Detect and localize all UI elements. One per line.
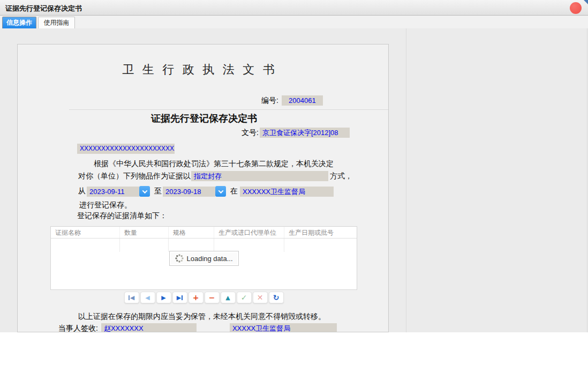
nav-delete-button[interactable]: − xyxy=(205,292,220,303)
document-form: 卫 生 行 政 执 法 文 书 编号: 2004061 证据先行登记保存决定书 … xyxy=(17,44,389,332)
location-field[interactable]: XXXXXX卫生监督局 xyxy=(240,187,334,197)
panel-divider xyxy=(406,28,406,332)
document-title: 证据先行登记保存决定书 xyxy=(27,112,381,125)
to-label: 至 xyxy=(154,187,162,196)
tab-info-operations[interactable]: 信息操作 xyxy=(2,17,36,28)
nav-edit-button[interactable]: ▲ xyxy=(221,292,236,303)
tab-user-guide[interactable]: 使用指南 xyxy=(38,17,75,28)
corner-anchor-icon xyxy=(584,0,588,4)
table-cell xyxy=(51,239,120,252)
column-header-evidence-name: 证据名称 xyxy=(51,227,120,238)
nav-first-button[interactable]: ◀ xyxy=(124,292,139,303)
loading-indicator: Loading data... xyxy=(169,251,238,266)
doc-number-label: 文号: xyxy=(242,128,259,138)
sign-label: 当事人签收: xyxy=(58,324,98,333)
cancel-x-icon: ✕ xyxy=(257,294,263,301)
right-edge-line xyxy=(587,28,587,332)
date-to-picker: 2023-09-18 xyxy=(163,186,226,197)
serial-label: 编号: xyxy=(261,96,278,106)
doc-number-row: 文号: 京卫食证保决字[2012]08 xyxy=(242,128,350,138)
at-label: 在 xyxy=(230,187,238,196)
column-header-production-date: 生产日期或批号 xyxy=(284,227,357,238)
loading-spinner-icon xyxy=(175,254,183,263)
date-from-dropdown-button[interactable] xyxy=(139,186,150,197)
notice-text: 以上证据在保存的期限内应当妥为保管，未经本机关同意不得销毁或转移。 xyxy=(78,312,326,322)
method-field[interactable]: 指定封存 xyxy=(191,171,328,181)
confirm-check-icon: ✓ xyxy=(241,294,247,301)
method-suffix-text: 方式， xyxy=(330,172,352,181)
app-window: 证据先行登记保存决定书 信息操作 使用指南 卫 生 行 政 执 法 文 书 编号… xyxy=(0,0,588,387)
serial-field[interactable]: 2004061 xyxy=(282,95,323,106)
header-divider-line xyxy=(69,109,389,110)
delete-record-icon: − xyxy=(209,294,215,301)
signature-row: 当事人签收: 赵XXXXXXX XXXXX卫生监督局 xyxy=(58,323,337,332)
chevron-down-icon xyxy=(218,188,223,194)
chevron-down-icon xyxy=(142,188,147,194)
nav-cancel-button[interactable]: ✕ xyxy=(253,292,268,303)
table-cell xyxy=(284,239,357,252)
paragraph-preserve: 进行登记保存。 xyxy=(79,200,132,210)
list-intro-text: 登记保存的证据清单如下： xyxy=(77,211,167,221)
title-bar: 证据先行登记保存决定书 xyxy=(0,0,588,16)
column-header-producer: 生产或进口代理单位 xyxy=(214,227,284,238)
party-name-field[interactable]: XXXXXXXXXXXXXXXXXXXXXXXX xyxy=(77,144,175,154)
from-label: 从 xyxy=(78,187,86,196)
sign-name-field[interactable]: 赵XXXXXXX xyxy=(101,323,197,332)
close-button[interactable] xyxy=(570,2,582,14)
table-cell xyxy=(120,239,169,252)
nav-prior-button[interactable]: ◀ xyxy=(140,292,155,303)
window-title: 证据先行登记保存决定书 xyxy=(5,4,82,13)
data-navigator: ◀ ◀ ▶ ▶ + − ▲ xyxy=(50,292,357,303)
method-prefix-text: 对你（单位）下列物品作为证据以 xyxy=(78,172,191,181)
paragraph-method-row: 对你（单位）下列物品作为证据以 指定封存 方式， xyxy=(78,171,352,181)
nav-last-button[interactable]: ▶ xyxy=(172,292,187,303)
next-record-icon: ▶ xyxy=(161,295,165,301)
last-bar-icon xyxy=(182,295,183,300)
sign-org-field[interactable]: XXXXX卫生监督局 xyxy=(230,323,337,332)
table-cell xyxy=(169,239,214,252)
edit-record-icon: ▲ xyxy=(225,295,230,301)
table-header-row: 证据名称 数量 规格 生产或进口代理单位 生产日期或批号 xyxy=(51,227,357,239)
evidence-table: 证据名称 数量 规格 生产或进口代理单位 生产日期或批号 xyxy=(50,226,357,290)
column-header-spec: 规格 xyxy=(169,227,214,238)
insert-record-icon: + xyxy=(193,294,199,301)
nav-next-button[interactable]: ▶ xyxy=(156,292,171,303)
document-letterhead: 卫 生 行 政 执 法 文 书 xyxy=(18,62,382,78)
tab-bar: 信息操作 使用指南 xyxy=(0,16,588,28)
prior-record-icon: ◀ xyxy=(145,295,149,301)
column-header-quantity: 数量 xyxy=(120,227,169,238)
table-cell xyxy=(214,239,284,252)
date-range-row: 从 2023-09-11 至 2023-09-18 在 XXXXXX卫生监督局 xyxy=(78,186,334,197)
table-empty-row xyxy=(51,239,357,252)
date-to-field[interactable]: 2023-09-18 xyxy=(163,187,215,197)
date-from-picker: 2023-09-11 xyxy=(87,186,150,197)
tab-content-area: 卫 生 行 政 执 法 文 书 编号: 2004061 证据先行登记保存决定书 … xyxy=(0,28,588,332)
paragraph-legal-basis: 根据《中华人民共和国行政处罚法》第三十七条第二款规定，本机关决定 xyxy=(78,159,334,169)
nav-insert-button[interactable]: + xyxy=(189,292,203,303)
serial-number-row: 编号: 2004061 xyxy=(261,95,323,106)
nav-refresh-button[interactable]: ↻ xyxy=(269,292,284,303)
doc-number-field[interactable]: 京卫食证保决字[2012]08 xyxy=(260,128,350,138)
date-to-dropdown-button[interactable] xyxy=(215,186,226,197)
refresh-icon: ↻ xyxy=(273,294,280,301)
loading-text: Loading data... xyxy=(186,255,232,263)
nav-post-button[interactable]: ✓ xyxy=(237,292,252,303)
first-bar-icon xyxy=(129,295,130,300)
first-record-icon: ◀ xyxy=(130,295,134,301)
date-from-field[interactable]: 2023-09-11 xyxy=(87,187,139,197)
last-record-icon: ▶ xyxy=(177,295,181,301)
